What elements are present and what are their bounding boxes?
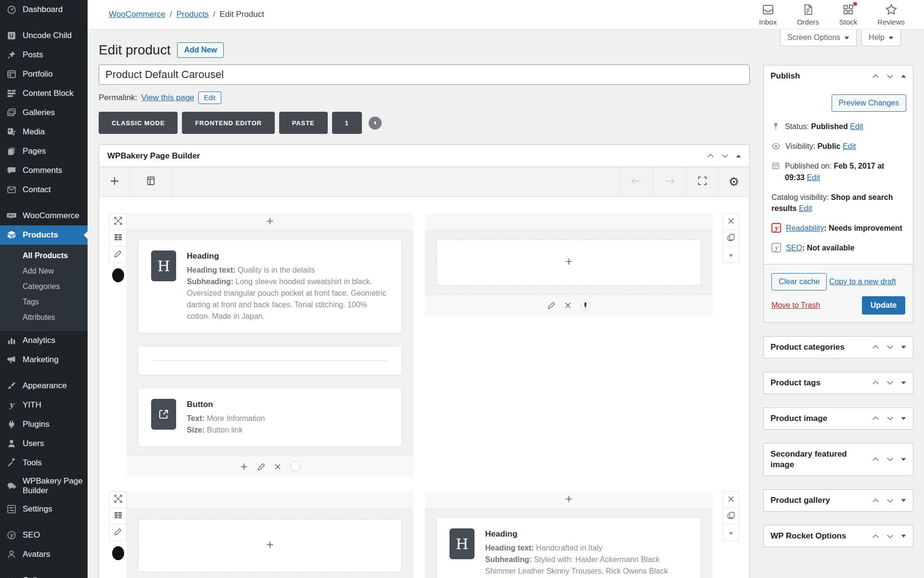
- breadcrumb-products[interactable]: Products: [177, 10, 209, 19]
- sidebar-item-tools[interactable]: Tools: [0, 453, 88, 473]
- column-header[interactable]: [127, 491, 413, 509]
- toggle-panel-icon[interactable]: [901, 458, 906, 461]
- collapse-row-button[interactable]: [723, 246, 739, 263]
- edit-row-button[interactable]: [109, 246, 127, 263]
- delete-column-icon[interactable]: [565, 302, 571, 309]
- preview-changes-button[interactable]: Preview Changes: [832, 94, 906, 112]
- design-options-toggle[interactable]: [290, 461, 300, 472]
- sidebar-subitem-categories[interactable]: Categories: [0, 279, 88, 294]
- mode-button-1[interactable]: 1: [332, 112, 362, 134]
- sidebar-item-comments[interactable]: Comments: [0, 161, 88, 180]
- help-button[interactable]: Help: [861, 29, 901, 46]
- toggle-panel-icon[interactable]: [901, 534, 906, 538]
- mode-button-paste[interactable]: PASTE: [279, 112, 328, 134]
- update-button[interactable]: Update: [862, 296, 905, 315]
- sidebar-item-analytics[interactable]: Analytics: [0, 331, 88, 350]
- mode-button-classic-mode[interactable]: CLASSIC MODE: [99, 112, 178, 134]
- move-up-icon[interactable]: [872, 534, 879, 539]
- heading-element[interactable]: H Heading Heading text: Handcrafted in I…: [436, 517, 701, 578]
- toggle-panel-icon[interactable]: [736, 154, 741, 158]
- edit-published-link[interactable]: Edit: [807, 173, 820, 182]
- sidebar-item-collapse-menu[interactable]: Collapse menu: [0, 571, 88, 578]
- row-layout-button[interactable]: [109, 230, 127, 247]
- sidebar-subitem-add-new[interactable]: Add New: [0, 263, 88, 279]
- sidebar-subitem-tags[interactable]: Tags: [0, 294, 88, 310]
- toggle-panel-icon[interactable]: [901, 499, 906, 502]
- sidebar-item-content-block[interactable]: Content Block: [0, 84, 88, 103]
- sidebar-item-plugins[interactable]: Plugins: [0, 415, 88, 434]
- edit-row-button[interactable]: [109, 524, 127, 541]
- sidebar-item-uncode-child[interactable]: UUncode Child: [0, 26, 88, 45]
- move-down-icon[interactable]: [886, 74, 894, 79]
- move-down-icon[interactable]: [721, 154, 729, 158]
- panel-header[interactable]: Product categories: [764, 337, 913, 358]
- design-options-toggle[interactable]: [580, 300, 590, 310]
- toggle-panel-icon[interactable]: [901, 74, 906, 78]
- clear-cache-button[interactable]: Clear cache: [771, 273, 827, 290]
- delete-row-button[interactable]: [723, 491, 739, 508]
- column-header[interactable]: [425, 213, 713, 231]
- breadcrumb-woocommerce[interactable]: WooCommerce: [109, 10, 166, 19]
- wpbakery-panel-header[interactable]: WPBakery Page Builder: [99, 145, 749, 167]
- empty-column-add-element[interactable]: [436, 239, 701, 286]
- sidebar-subitem-attributes[interactable]: Attributes: [0, 310, 88, 325]
- move-up-icon[interactable]: [872, 499, 879, 503]
- panel-header[interactable]: WP Rocket Options: [764, 525, 913, 547]
- collapse-row-button[interactable]: [723, 524, 739, 541]
- panel-header[interactable]: Product tags: [764, 372, 913, 394]
- sidebar-item-seo[interactable]: ySEO: [0, 525, 88, 545]
- delete-row-button[interactable]: [723, 213, 739, 230]
- edit-visibility-link[interactable]: Edit: [843, 142, 856, 150]
- sidebar-item-yith[interactable]: yYITH: [0, 395, 88, 415]
- fullscreen-button[interactable]: [687, 167, 719, 197]
- permalink-edit-button[interactable]: Edit: [198, 92, 221, 104]
- view-page-link[interactable]: View this page: [141, 93, 194, 103]
- panel-header[interactable]: Product gallery: [764, 490, 913, 511]
- drag-row-handle[interactable]: [109, 491, 127, 508]
- edit-column-icon[interactable]: [257, 463, 265, 471]
- move-up-icon[interactable]: [872, 457, 879, 461]
- add-element-icon[interactable]: [240, 462, 248, 471]
- clone-row-button[interactable]: [723, 508, 739, 525]
- activity-reviews-button[interactable]: Reviews: [877, 3, 905, 26]
- readability-link[interactable]: Readability: [786, 224, 824, 232]
- edit-column-icon[interactable]: [548, 302, 555, 309]
- redo-button[interactable]: [653, 167, 687, 197]
- add-new-button[interactable]: Add New: [177, 42, 223, 58]
- sidebar-item-posts[interactable]: Posts: [0, 45, 88, 65]
- templates-button[interactable]: [130, 167, 172, 197]
- prepend-element-button[interactable]: [425, 491, 713, 509]
- move-down-icon[interactable]: [886, 534, 894, 539]
- toggle-panel-icon[interactable]: [901, 417, 906, 420]
- move-up-icon[interactable]: [872, 345, 879, 349]
- activity-inbox-button[interactable]: Inbox: [759, 3, 777, 26]
- screen-options-button[interactable]: Screen Options: [780, 29, 857, 46]
- collapse-toolbar-button[interactable]: [369, 117, 382, 130]
- move-down-icon[interactable]: [886, 416, 894, 420]
- move-down-icon[interactable]: [886, 499, 894, 503]
- sidebar-item-woocommerce[interactable]: WooWooCommerce: [0, 206, 88, 225]
- sidebar-item-media[interactable]: Media: [0, 122, 88, 142]
- sidebar-item-avatars[interactable]: Avatars: [0, 545, 88, 564]
- move-up-icon[interactable]: [707, 154, 714, 158]
- sidebar-item-contact[interactable]: Contact: [0, 180, 88, 199]
- clone-row-button[interactable]: [723, 230, 739, 247]
- edit-catalog-link[interactable]: Edit: [799, 204, 812, 212]
- row-toggle-dot[interactable]: [112, 268, 124, 282]
- sidebar-item-users[interactable]: Users: [0, 434, 88, 453]
- row-toggle-dot[interactable]: [112, 546, 124, 560]
- move-up-icon[interactable]: [872, 416, 879, 420]
- move-to-trash-link[interactable]: Move to Trash: [771, 301, 820, 310]
- move-down-icon[interactable]: [886, 457, 894, 461]
- edit-status-link[interactable]: Edit: [850, 122, 863, 131]
- move-up-icon[interactable]: [872, 74, 879, 79]
- toggle-panel-icon[interactable]: [901, 381, 906, 385]
- undo-button[interactable]: [619, 167, 653, 197]
- panel-header[interactable]: Product image: [764, 408, 913, 429]
- sidebar-item-settings[interactable]: Settings: [0, 499, 88, 519]
- mode-button-frontend-editor[interactable]: FRONTEND EDITOR: [182, 112, 274, 134]
- sidebar-item-galleries[interactable]: Galleries: [0, 103, 88, 122]
- sidebar-item-appearance[interactable]: Appearance: [0, 376, 88, 395]
- toggle-panel-icon[interactable]: [901, 345, 906, 349]
- add-element-button[interactable]: [99, 167, 130, 197]
